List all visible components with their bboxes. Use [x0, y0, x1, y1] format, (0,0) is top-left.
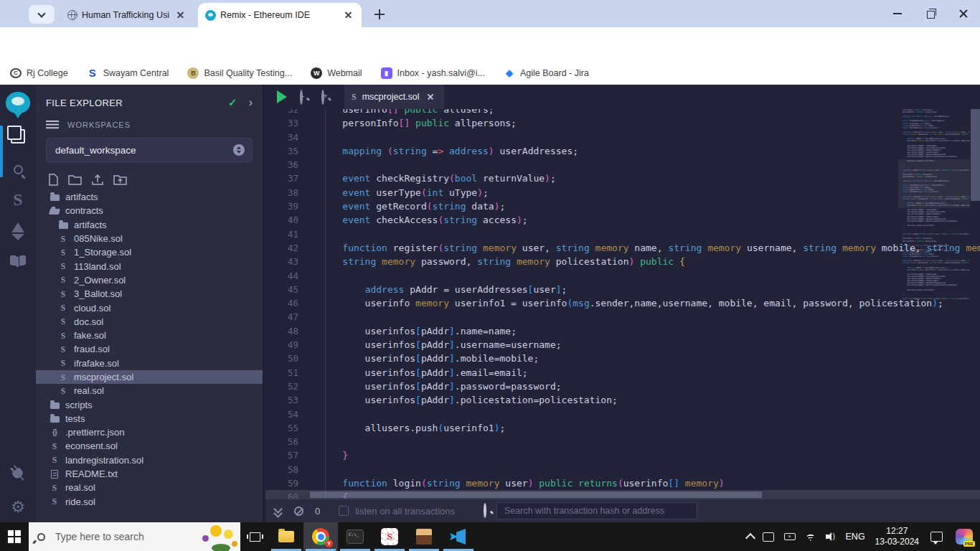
- copilot-preview-icon[interactable]: PRE: [956, 529, 973, 545]
- file-row-ride.sol[interactable]: Sride.sol: [36, 495, 263, 509]
- file-row-1_Storage.sol[interactable]: S1_Storage.sol: [36, 245, 263, 259]
- code-line-52[interactable]: 52 userinfos[pAddr].password=password;: [265, 380, 980, 393]
- code-line-46[interactable]: 46 userinfo memory userinfo1 = userinfo(…: [265, 296, 980, 310]
- clear-transactions-icon[interactable]: [294, 507, 303, 516]
- taskbar-search-box[interactable]: Type here to search: [29, 522, 240, 551]
- workspace-select[interactable]: default_workspace: [46, 138, 253, 162]
- code-line-40[interactable]: 40 event checkAccess(string access);: [265, 213, 980, 227]
- tab-close-icon[interactable]: [175, 9, 187, 21]
- bookmark-jira[interactable]: ◆Agile Board - Jira: [504, 67, 589, 79]
- browser-tab-2-active[interactable]: Remix - Ethereum IDE: [198, 3, 362, 27]
- expand-terminal-icon[interactable]: [274, 506, 283, 516]
- terminal-taskbar-icon[interactable]: C:\_: [338, 522, 372, 551]
- code-line-32[interactable]: 32 userinfo[] public allusers;: [265, 109, 980, 116]
- code-line-57[interactable]: 57 }: [265, 448, 980, 462]
- file-row-2_Owner.sol[interactable]: S2_Owner.sol: [36, 273, 263, 287]
- tablet-mode-icon[interactable]: [763, 532, 774, 542]
- upload-file-icon[interactable]: [91, 174, 104, 186]
- code-line-47[interactable]: 47: [265, 310, 980, 324]
- chrome-taskbar-icon[interactable]: Y: [303, 522, 338, 551]
- code-line-37[interactable]: 37 event checkRegistry(bool returnValue)…: [265, 171, 980, 185]
- clock[interactable]: 12:2713-03-2024: [875, 526, 919, 547]
- plugin-manager-icon[interactable]: [0, 466, 36, 478]
- file-explorer-icon[interactable]: [0, 129, 36, 143]
- solidity-compiler-icon[interactable]: S: [0, 191, 36, 208]
- code-line-58[interactable]: 58: [265, 463, 980, 476]
- bookmark-webmail[interactable]: WWebmail: [311, 67, 362, 79]
- workspaces-menu-icon[interactable]: [46, 121, 59, 129]
- search-box-artwork[interactable]: [196, 522, 240, 551]
- tab-close-icon[interactable]: [343, 9, 354, 21]
- file-row-085Nike.sol[interactable]: S085Nike.sol: [36, 232, 263, 245]
- s-app-taskbar-icon[interactable]: S: [372, 522, 407, 551]
- code-line-48[interactable]: 48 userinfos[pAddr].name=name;: [265, 324, 980, 338]
- file-row-contracts[interactable]: contracts: [36, 204, 263, 217]
- code-line-50[interactable]: 50 userinfos[pAddr].mobile=mobile;: [265, 352, 980, 365]
- code-line-59[interactable]: 59 function login(string memory user) pu…: [265, 476, 980, 490]
- wifi-icon[interactable]: [805, 532, 816, 541]
- file-row-3_Ballot.sol[interactable]: S3_Ballot.sol: [36, 287, 263, 301]
- file-row-tests[interactable]: tests: [36, 412, 263, 425]
- code-line-45[interactable]: 45 address pAddr = userAddresses[user];: [265, 283, 980, 296]
- code-line-39[interactable]: 39 event getRecord(string data);: [265, 199, 980, 213]
- notification-center-icon[interactable]: [930, 532, 943, 542]
- code-line-36[interactable]: 36: [265, 158, 980, 171]
- new-tab-button[interactable]: [372, 6, 387, 22]
- vscode-taskbar-icon[interactable]: [441, 522, 476, 551]
- code-line-51[interactable]: 51 userinfos[pAddr].email=email;: [265, 366, 980, 380]
- volume-icon[interactable]: ): [826, 532, 837, 541]
- cube-app-taskbar-icon[interactable]: [407, 522, 441, 551]
- search-icon[interactable]: [0, 165, 36, 174]
- deploy-run-icon[interactable]: [0, 222, 36, 241]
- file-row-landregistration.sol[interactable]: Slandregistration.sol: [36, 453, 263, 467]
- listen-transactions-checkbox[interactable]: [339, 506, 349, 516]
- code-line-41[interactable]: 41: [265, 227, 980, 241]
- code-line-34[interactable]: 34: [265, 131, 980, 144]
- code-line-56[interactable]: 56: [265, 435, 980, 448]
- bookmark-inbox[interactable]: ▮Inbox - yash.salvi@i...: [381, 67, 485, 79]
- file-row-README.txt[interactable]: README.txt: [36, 467, 263, 481]
- language-indicator[interactable]: ENG: [846, 532, 865, 542]
- file-row-artifacts[interactable]: artifacts: [36, 190, 263, 204]
- new-file-icon[interactable]: [47, 174, 59, 186]
- file-row-fraud.sol[interactable]: Sfraud.sol: [36, 342, 263, 356]
- upload-folder-icon[interactable]: [113, 174, 127, 186]
- code-line-35[interactable]: 35 mapping (string => address) userAddre…: [265, 144, 980, 158]
- file-row-real.sol[interactable]: Sreal.sol: [36, 384, 263, 397]
- file-row-.prettierrc.json[interactable]: {}.prettierrc.json: [36, 425, 263, 439]
- file-explorer-taskbar-icon[interactable]: [269, 522, 303, 551]
- bookmark-basil-quality[interactable]: BBasil Quality Testing...: [187, 67, 292, 79]
- file-row-mscproject.sol[interactable]: Smscproject.sol: [36, 370, 263, 384]
- code-line-33[interactable]: 33 personInfo[] public allpersons;: [265, 116, 980, 130]
- code-line-42[interactable]: 42 function register(string memory user,…: [265, 241, 980, 255]
- settings-gear-icon[interactable]: ⚙: [0, 499, 36, 515]
- tray-expand-icon[interactable]: [745, 533, 755, 543]
- code-line-43[interactable]: 43 string memory password, string memory…: [265, 255, 980, 268]
- file-row-113land.sol[interactable]: S113land.sol: [36, 259, 263, 273]
- file-row-real.sol[interactable]: Sreal.sol: [36, 481, 263, 494]
- file-row-econsent.sol[interactable]: Seconsent.sol: [36, 439, 263, 453]
- bookmark-swayam-central[interactable]: SSwayam Central: [87, 67, 169, 79]
- file-row-fake.sol[interactable]: Sfake.sol: [36, 329, 263, 342]
- code-line-49[interactable]: 49 userinfos[pAddr].username=username;: [265, 338, 980, 352]
- start-button[interactable]: [0, 522, 29, 551]
- code-line-54[interactable]: 54: [265, 408, 980, 421]
- battery-icon[interactable]: ×: [784, 533, 796, 540]
- remix-home-icon[interactable]: [0, 92, 36, 113]
- terminal-search-input[interactable]: [496, 502, 697, 519]
- code-line-53[interactable]: 53 userinfos[pAddr].policestation=police…: [265, 393, 980, 407]
- task-view-button[interactable]: [240, 522, 269, 551]
- new-folder-icon[interactable]: [68, 174, 82, 186]
- file-row-scripts[interactable]: scripts: [36, 397, 263, 411]
- file-row-doc.sol[interactable]: Sdoc.sol: [36, 315, 263, 329]
- file-row-artifacts[interactable]: artifacts: [36, 218, 263, 232]
- minimize-button[interactable]: [881, 0, 914, 27]
- run-script-button[interactable]: [277, 90, 287, 103]
- code-line-38[interactable]: 38 event userType(int uType);: [265, 186, 980, 199]
- zoom-in-button[interactable]: +: [321, 91, 324, 104]
- zoom-out-button[interactable]: -: [300, 91, 303, 104]
- restore-button[interactable]: [914, 0, 947, 27]
- horizontal-scrollbar-thumb[interactable]: [310, 491, 762, 498]
- minimap-viewport[interactable]: [898, 159, 970, 208]
- tab-search-button[interactable]: [29, 5, 55, 24]
